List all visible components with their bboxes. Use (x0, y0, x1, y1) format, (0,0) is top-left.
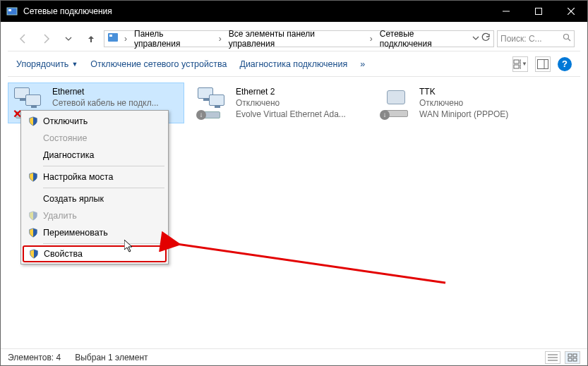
control-panel-icon (107, 32, 119, 45)
search-icon (563, 33, 571, 44)
organize-menu[interactable]: Упорядочить ▼ (16, 59, 78, 69)
shield-icon (28, 210, 39, 221)
svg-rect-10 (514, 60, 519, 63)
svg-rect-1 (8, 9, 11, 11)
adapter-name: Ethernet (52, 86, 167, 97)
command-bar: Упорядочить ▼ Отключение сетевого устрой… (8, 51, 580, 77)
ctx-create-shortcut[interactable]: Создать ярлык (23, 190, 166, 207)
svg-rect-6 (108, 33, 118, 42)
chevron-right-icon: › (121, 34, 130, 44)
adapter-status: Отключено (236, 97, 346, 109)
address-bar[interactable]: › Панель управления › Все элементы панел… (104, 30, 494, 47)
search-input[interactable]: Поиск: С... (497, 30, 575, 47)
svg-point-8 (564, 35, 569, 39)
details-view-button[interactable] (545, 351, 560, 364)
svg-line-9 (568, 39, 570, 41)
selection-count: Выбран 1 элемент (75, 353, 148, 362)
ctx-label: Свойства (44, 249, 83, 259)
adapter-item-ttk[interactable]: ↓ TTK Отключено WAN Miniport (PPPOE) (375, 83, 551, 123)
ctx-label: Создать ярлык (43, 194, 104, 204)
close-button[interactable] (555, 1, 587, 22)
forward-button[interactable] (36, 29, 56, 49)
ctx-label: Переименовать (43, 228, 108, 238)
ctx-bridge[interactable]: Настройка моста (23, 169, 166, 185)
preview-pane-button[interactable] (535, 56, 551, 72)
svg-rect-14 (538, 59, 548, 68)
ctx-diagnostics[interactable]: Диагностика (23, 147, 166, 164)
toolbar-overflow[interactable]: » (360, 59, 365, 69)
chevron-right-icon: › (367, 34, 376, 44)
disable-label: Отключение сетевого устройства (90, 59, 227, 69)
ctx-label: Настройка моста (43, 172, 113, 182)
item-count: Элементов: 4 (8, 353, 61, 362)
back-button[interactable] (13, 29, 33, 49)
svg-rect-23 (573, 358, 577, 361)
breadcrumb-item[interactable]: Панель управления (133, 29, 213, 49)
up-button[interactable] (81, 29, 101, 49)
window-title: Сетевые подключения (23, 6, 112, 16)
status-bar: Элементов: 4 Выбран 1 элемент (1, 348, 587, 365)
shield-icon (28, 248, 40, 260)
chevron-down-icon: ▼ (71, 61, 78, 68)
ctx-delete: Удалить (23, 207, 166, 224)
context-menu: Отключить Состояние Диагностика Настройк… (20, 110, 169, 264)
large-icons-view-button[interactable] (565, 351, 580, 364)
disabled-overlay-icon: ↓ (380, 110, 390, 120)
network-adapter-icon: ↓ (196, 86, 230, 120)
address-dropdown[interactable] (472, 34, 479, 44)
chevron-right-icon: › (216, 34, 224, 44)
navigation-row: › Панель управления › Все элементы панел… (8, 26, 580, 51)
separator (43, 243, 164, 244)
search-placeholder: Поиск: С... (500, 34, 560, 44)
diagnose-label: Диагностика подключения (239, 59, 347, 69)
diagnose-button[interactable]: Диагностика подключения (239, 59, 347, 69)
minimize-button[interactable] (490, 1, 522, 22)
overflow-label: » (360, 59, 365, 69)
modem-adapter-icon: ↓ (380, 86, 414, 120)
svg-rect-20 (568, 354, 572, 357)
shield-icon (28, 116, 39, 127)
adapter-name: Ethernet 2 (236, 86, 346, 97)
breadcrumb-item[interactable]: Сетевые подключения (378, 29, 469, 49)
app-icon (6, 6, 18, 17)
adapter-item-ethernet2[interactable]: ↓ Ethernet 2 Отключено Evolve Virtual Et… (191, 83, 368, 123)
svg-rect-7 (109, 35, 112, 37)
view-options-button[interactable]: ▼ (512, 56, 528, 72)
svg-rect-22 (568, 358, 572, 361)
help-button[interactable]: ? (558, 57, 572, 71)
recent-dropdown[interactable] (59, 29, 78, 49)
shield-icon (28, 227, 39, 238)
ctx-status: Состояние (23, 130, 166, 147)
separator (43, 166, 164, 166)
adapter-status: Сетевой кабель не подкл... (52, 97, 167, 109)
svg-rect-13 (520, 65, 521, 68)
ctx-label: Удалить (43, 211, 77, 221)
maximize-button[interactable] (522, 1, 555, 22)
ctx-properties[interactable]: Свойства (23, 245, 167, 262)
svg-rect-3 (536, 8, 542, 15)
refresh-button[interactable] (481, 32, 491, 44)
ctx-label: Диагностика (43, 150, 94, 160)
disabled-overlay-icon: ↓ (196, 110, 206, 120)
svg-rect-21 (573, 354, 577, 357)
svg-rect-11 (520, 60, 521, 63)
organize-label: Упорядочить (16, 59, 68, 69)
breadcrumb-item[interactable]: Все элементы панели управления (227, 29, 364, 49)
separator (43, 188, 164, 188)
title-bar: Сетевые подключения (1, 1, 587, 22)
ctx-disable[interactable]: Отключить (23, 113, 166, 130)
adapter-device: WAN Miniport (PPPOE) (419, 109, 508, 120)
svg-rect-12 (514, 65, 519, 68)
shield-icon (28, 171, 39, 183)
adapter-name: TTK (419, 86, 508, 97)
ctx-label: Состояние (43, 133, 87, 143)
ctx-rename[interactable]: Переименовать (23, 224, 166, 241)
adapter-status: Отключено (419, 97, 508, 109)
ctx-label: Отключить (43, 116, 88, 126)
adapter-device: Evolve Virtual Ethernet Ada... (236, 109, 346, 120)
disable-device-button[interactable]: Отключение сетевого устройства (90, 59, 227, 69)
